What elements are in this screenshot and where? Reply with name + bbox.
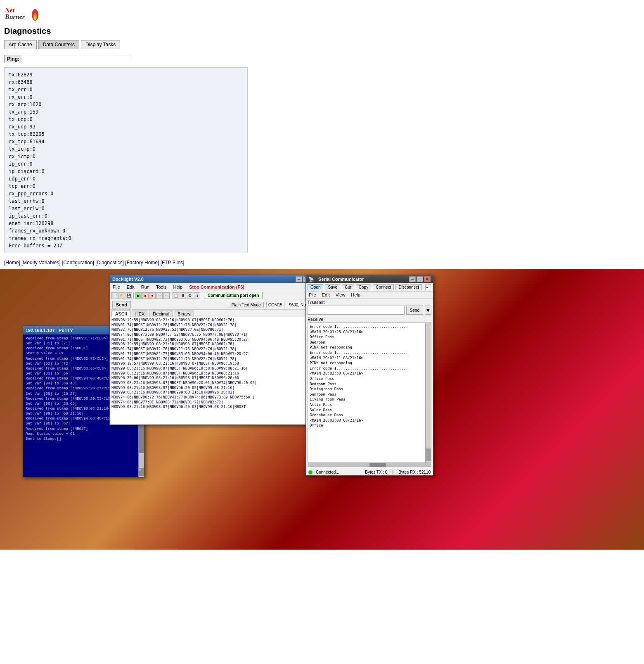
serial-line-22: Greenhouse Pass [310, 413, 424, 418]
docklight-tab-binary[interactable]: Binary [174, 311, 194, 317]
serial-line-25: Office [310, 423, 424, 428]
docklight-menu-tools[interactable]: Tools [155, 284, 168, 290]
toolbar-stop-icon[interactable]: ■ [142, 292, 149, 299]
ftp-files-link[interactable]: [FTP Files] [161, 260, 185, 266]
display-tasks-button[interactable]: Display Tasks [81, 40, 120, 49]
serial-menu-edit[interactable]: Edit [321, 292, 331, 298]
serial-more-icon[interactable]: » [425, 285, 431, 290]
serial-cut-btn[interactable]: Cut [342, 284, 354, 290]
docklight-line-14: NBOV99:08:21:16|NBOV98:07|NBOV96:20:02|N… [111, 386, 318, 391]
arp-cache-button[interactable]: Arp Cache [4, 40, 37, 49]
serial-connect-btn[interactable]: Connect [373, 284, 394, 290]
serial-receive-area: Error code 1............................… [308, 323, 426, 463]
diagnostics-link[interactable]: [Diagnostics] [95, 260, 124, 266]
docklight-tab-ascii[interactable]: ASCII [111, 311, 131, 317]
serial-minimize-btn[interactable]: ─ [409, 276, 416, 282]
serial-menu-view[interactable]: View [334, 292, 347, 298]
serial-bytes-rx: Bytes RX : 52110 [398, 470, 431, 474]
ping-label: Ping: [4, 55, 22, 63]
docklight-menu-help[interactable]: Help [172, 284, 184, 290]
serial-menu-help[interactable]: Help [350, 292, 362, 298]
serial-scrollbar-v[interactable] [426, 323, 431, 463]
docklight-com-port: COM15 [266, 302, 284, 308]
serial-line-20: Attic Pass [310, 402, 424, 408]
footer-links: [Home] [Modify Variables] [Configuration… [4, 260, 640, 266]
toolbar-play-icon[interactable]: ▶ [135, 292, 142, 299]
output-line-21: frames_rx_unknown:0 [9, 227, 243, 235]
docklight-line-16: NBOV74:86|NBOV80:72:76|NBOV41:77|NBOV74:… [111, 395, 318, 400]
serial-send-dropdown[interactable]: ▼ [425, 306, 431, 315]
toolbar-info-icon[interactable]: ℹ [194, 292, 200, 299]
toolbar-clr-icon[interactable]: 🗑 [180, 292, 186, 299]
toolbar-sep1 [133, 292, 134, 299]
serial-scroll-thumb[interactable] [426, 448, 431, 461]
putty-line-18: Received from stamp:[!NBOST] [26, 427, 142, 432]
toolbar-log-icon[interactable]: 📋 [173, 292, 179, 299]
output-line-14: udp_err:0 [9, 175, 243, 183]
serial-disconnect-btn[interactable]: Disconnect [395, 284, 421, 290]
serial-maximize-btn[interactable]: □ [417, 276, 423, 282]
docklight-tab-decimal[interactable]: Decimal [149, 311, 173, 317]
docklight-menu-run[interactable]: Run [140, 284, 151, 290]
toolbar-new-icon[interactable]: 📄 [111, 292, 118, 299]
serial-title: 📡 Serial Communicator [308, 277, 364, 282]
toolbar-recv-icon[interactable]: ← [163, 292, 170, 299]
docklight-toolbar-icons: 📄 📂 💾 ▶ ■ ● → ← 📋 🗑 ⚙ ℹ [111, 292, 200, 299]
serial-line-21: Solar Pass [310, 408, 424, 413]
docklight-stop-comm[interactable]: Stop Communication (F6) [188, 284, 246, 290]
logo-area: Net Burner [4, 3, 640, 23]
serial-copy-btn[interactable]: Copy [356, 284, 371, 290]
serial-scroll-thumb-h[interactable] [369, 463, 386, 467]
factory-home-link[interactable]: [Factory Home] [125, 260, 159, 266]
configuration-link[interactable]: [Configuration] [62, 260, 94, 266]
serial-line-6: PINK not responding [310, 345, 424, 350]
putty-scroll-thumb[interactable] [139, 420, 144, 453]
serial-close-btn[interactable]: ✕ [424, 276, 431, 282]
docklight-line-8: NBOV01:74|NBOST|NBOV12:76|NBOV11:76|NBOV… [111, 357, 318, 362]
docklight-line-3: NBOV74:86|NBOV73:89|NBOV75: 59|NBOV76:75… [111, 332, 318, 337]
docklight-line-1: NBOV01:74|NBOST|NBOV12:76|NBOV11:76|NBOV… [111, 323, 318, 328]
diagnostics-page: Net Burner Diagnostics Arp Cache Data Co… [0, 0, 644, 269]
serial-transmit-input[interactable] [308, 306, 405, 315]
ping-row: Ping: [4, 55, 640, 63]
output-line-18: last_errlw:0 [9, 205, 243, 212]
serial-menu-file[interactable]: File [308, 292, 317, 298]
data-counters-button[interactable]: Data Counters [38, 40, 79, 49]
docklight-tab-hex[interactable]: HEX [132, 311, 149, 317]
putty-scroll-down[interactable]: ▼ [139, 468, 144, 476]
serial-scrollbar-h[interactable] [308, 463, 431, 467]
docklight-menu-file[interactable]: File [111, 284, 121, 290]
output-line-3: rx_err:0 [9, 93, 243, 101]
toolbar-save-icon[interactable]: 💾 [125, 292, 132, 299]
output-line-9: rx_tcp:61694 [9, 138, 243, 145]
docklight-send-btn[interactable]: Send [112, 301, 131, 308]
serial-toolbar: Open Save Cut Copy Connect Disconnect » [306, 283, 433, 292]
docklight-line-15: NBOV99:08:21:16|NBOV98:07|NBOV99:08:21:1… [111, 390, 318, 395]
ping-input[interactable] [25, 55, 132, 63]
home-link[interactable]: [Home] [4, 260, 20, 266]
docklight-title: Docklight V2.0 [112, 277, 144, 282]
serial-line-7: Error code 1............................… [310, 350, 424, 356]
docklight-minimize-btn[interactable]: ─ [296, 276, 302, 282]
docklight-titlebar: Docklight V2.0 ─ ❐ ✕ [110, 275, 320, 283]
svg-text:Burner: Burner [5, 13, 25, 20]
serial-sep: | [393, 470, 394, 474]
toolbar-send-icon[interactable]: → [156, 292, 163, 299]
modify-variables-link[interactable]: [Modify Variables] [21, 260, 60, 266]
serial-menubar: File Edit View Help [306, 292, 433, 299]
toolbar-open-icon[interactable]: 📂 [118, 292, 125, 299]
output-line-12: ip_err:0 [9, 160, 243, 168]
serial-send-btn[interactable]: Send [406, 306, 423, 315]
docklight-window: Docklight V2.0 ─ ❐ ✕ File Edit Run Tools… [109, 275, 320, 425]
toolbar-cfg-icon[interactable]: ⚙ [187, 292, 193, 299]
serial-open-btn[interactable]: Open [308, 284, 323, 290]
output-line-0: tx:62829 [9, 71, 243, 78]
plain-text-mode-btn[interactable]: Plain Text Mode [229, 302, 264, 308]
output-line-5: tx_arp:159 [9, 108, 243, 116]
serial-receive-label: Receive [308, 317, 431, 322]
serial-receive-content: Error code 1............................… [308, 323, 426, 463]
output-line-10: tx_icmp:0 [9, 145, 243, 153]
serial-save-btn[interactable]: Save [325, 284, 340, 290]
toolbar-rec-icon[interactable]: ● [149, 292, 156, 299]
docklight-menu-edit[interactable]: Edit [125, 284, 136, 290]
